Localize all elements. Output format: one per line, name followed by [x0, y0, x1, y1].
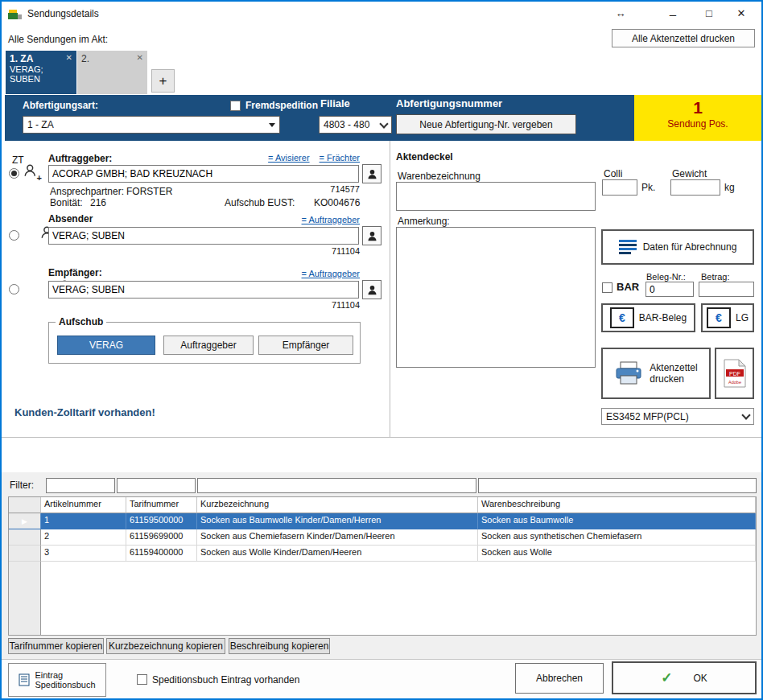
sendungen-label: Alle Sendungen im Akt:	[8, 34, 108, 45]
warenbezeichnung-input[interactable]	[396, 182, 596, 211]
ok-button[interactable]: ✓ OK	[612, 661, 757, 694]
person-icon	[366, 168, 378, 180]
radio-empfaenger[interactable]	[9, 284, 19, 294]
aktenzettel-drucken-button[interactable]: Aktenzettel drucken	[601, 348, 711, 399]
bar-checkbox[interactable]	[602, 282, 612, 293]
avisierer-link[interactable]: = Avisierer	[268, 153, 309, 163]
filter-artikelnummer-input[interactable]	[46, 478, 115, 493]
abfertigungsart-label: Abfertigungsart:	[23, 100, 98, 111]
betrag-input[interactable]	[699, 282, 754, 297]
person-icon	[366, 284, 378, 296]
cell-tarifnummer: 61159500000	[126, 513, 197, 529]
header-warenbeschreibung[interactable]: Warenbeschreibung	[478, 497, 756, 513]
colli-input[interactable]	[602, 179, 637, 196]
speditionsbuch-eintrag-button[interactable]: Eintrag Speditionsbuch	[8, 663, 106, 697]
absender-auftraggeber-link[interactable]: = Auftraggeber	[302, 215, 360, 224]
neue-abfertigungsnr-button[interactable]: Neue Abfertigung-Nr. vergeben	[396, 114, 576, 134]
position-value: 1	[634, 97, 761, 118]
aufschub-group: Aufschub VERAG Auftraggeber Empfänger	[48, 322, 361, 364]
pdf-icon-sub: Adobe	[728, 380, 741, 385]
tab1-close-icon[interactable]: ✕	[66, 53, 72, 64]
filter-tarifnummer-input[interactable]	[117, 478, 196, 493]
row-selector-marker: ▶	[9, 513, 41, 529]
bar-beleg-label: BAR-Beleg	[639, 312, 687, 323]
sendung-position-box: 1 Sendung Pos.	[634, 95, 761, 141]
speditionsbuch-checkbox[interactable]	[137, 674, 147, 685]
auftraggeber-input[interactable]	[48, 165, 359, 183]
horizontal-divider	[2, 437, 763, 438]
copy-kurzbezeichnung-button[interactable]: Kurzbezeichnung kopieren	[106, 638, 225, 654]
auftraggeber-contact-button[interactable]	[362, 164, 382, 183]
copy-beschreibung-button[interactable]: Beschreibung kopieren	[229, 638, 330, 654]
fraechter-link[interactable]: = Frächter	[320, 153, 360, 163]
filter-label: Filter:	[10, 480, 34, 491]
bar-beleg-button[interactable]: € BAR-Beleg	[601, 303, 695, 332]
add-auftraggeber-icon[interactable]: +	[23, 163, 38, 180]
colli-label: Colli	[604, 168, 622, 179]
copy-tarifnummer-button[interactable]: Tarifnummer kopieren	[8, 638, 104, 654]
bonitaet-label: Bonität:	[50, 197, 83, 208]
tab-sendung-2[interactable]: 2. ✕	[77, 51, 147, 94]
filiale-label: Filiale	[320, 97, 350, 109]
cell-artikelnummer: 1	[41, 513, 126, 529]
ok-label: OK	[693, 673, 707, 684]
speditionsbuch-label-1: Eintrag	[35, 670, 63, 680]
aufschub-eust-value: KO004676	[314, 197, 360, 208]
header-artikelnummer[interactable]: Artikelnummer	[41, 497, 126, 513]
header-kurzbezeichnung[interactable]: Kurzbezeichnung	[197, 497, 478, 513]
aufschub-verag-button[interactable]: VERAG	[57, 336, 155, 355]
radio-absender[interactable]	[9, 230, 19, 241]
betrag-label: Betrag:	[701, 272, 729, 282]
chevron-down-icon	[379, 119, 388, 128]
abbrechen-button[interactable]: Abbrechen	[515, 663, 604, 694]
cell-warenbeschreibung: Socken aus Wolle	[478, 546, 756, 562]
filiale-select[interactable]: 4803 - 480	[319, 116, 392, 134]
titlebar: Sendungsdetails ↔ – □ ✕	[2, 2, 761, 26]
tab2-close-icon[interactable]: ✕	[137, 53, 143, 64]
list-icon	[619, 239, 637, 255]
maximize-button[interactable]: □	[697, 7, 721, 19]
filter-warenbeschreibung-input[interactable]	[478, 478, 757, 493]
aufschub-empfaenger-button[interactable]: Empfänger	[258, 336, 353, 355]
absender-input[interactable]	[48, 227, 359, 245]
abfertigungsart-select[interactable]: 1 - ZA	[23, 116, 280, 134]
bar-label: BAR	[617, 281, 639, 293]
resize-icon[interactable]: ↔	[608, 7, 633, 19]
beleg-nr-input[interactable]	[645, 282, 694, 297]
anmerkung-textarea[interactable]	[396, 227, 596, 368]
table-empty-area	[9, 562, 756, 635]
empfaenger-label: Empfänger:	[48, 267, 102, 278]
cell-artikelnummer: 3	[41, 546, 126, 562]
filiale-value: 4803 - 480	[324, 119, 369, 130]
radio-auftraggeber[interactable]	[9, 168, 19, 179]
print-all-aktenzettel-button[interactable]: Alle Aktenzettel drucken	[612, 29, 755, 47]
aufschub-label: Aufschub	[56, 316, 106, 327]
printer-select[interactable]: ES3452 MFP(PCL)	[601, 408, 754, 425]
header-tarifnummer[interactable]: Tarifnummer	[126, 497, 197, 513]
empfaenger-input[interactable]	[48, 281, 359, 299]
table-row[interactable]: 2 61159699000 Socken aus Chemiefasern Ki…	[9, 529, 756, 546]
tab2-title: 2.	[81, 53, 89, 64]
aufschub-auftraggeber-button[interactable]: Auftraggeber	[163, 336, 254, 355]
euro-icon: €	[707, 307, 731, 328]
gewicht-input[interactable]	[670, 179, 720, 196]
daten-abrechnung-button[interactable]: Daten für Abrechnung	[601, 229, 754, 265]
lg-button[interactable]: € LG	[701, 303, 754, 332]
close-button[interactable]: ✕	[729, 7, 753, 19]
empfaenger-auftraggeber-link[interactable]: = Auftraggeber	[302, 269, 360, 278]
person-icon	[366, 230, 378, 242]
minimize-button[interactable]: –	[661, 7, 685, 21]
absender-contact-button[interactable]	[362, 226, 382, 245]
filter-kurzbezeichnung-input[interactable]	[197, 478, 476, 493]
fremdspedition-checkbox[interactable]	[230, 101, 241, 111]
tab-sendung-1[interactable]: 1. ZA ✕ VERAG; SUBEN	[6, 51, 76, 94]
kg-label: kg	[724, 182, 735, 193]
table-row[interactable]: ▶ 1 61159500000 Socken aus Baumwolle Kin…	[9, 513, 756, 529]
ansprechpartner-value: FORSTER	[126, 186, 172, 197]
add-tab-button[interactable]: +	[151, 69, 175, 93]
table-row[interactable]: 3 61159400000 Socken aus Wolle Kinder/Da…	[9, 546, 756, 562]
pdf-export-button[interactable]: PDF Adobe	[715, 348, 754, 399]
empfaenger-contact-button[interactable]	[362, 280, 382, 299]
dropdown-arrow-icon	[269, 123, 275, 127]
absender-label: Absender	[48, 213, 93, 224]
